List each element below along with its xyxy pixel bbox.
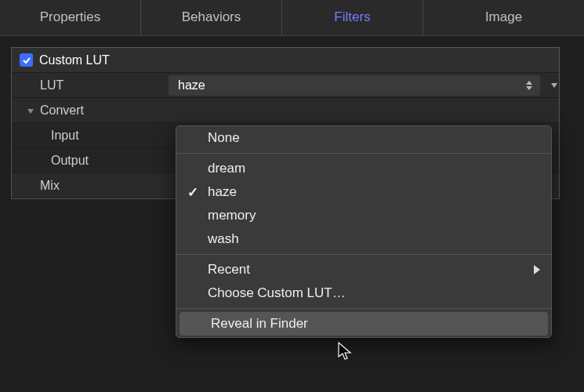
check-icon bbox=[22, 56, 31, 65]
label-mix: Mix bbox=[20, 179, 169, 193]
tab-filters[interactable]: Filters bbox=[282, 0, 423, 35]
tab-properties[interactable]: Properties bbox=[0, 0, 141, 35]
menu-item-dream[interactable]: dream bbox=[176, 157, 551, 180]
tab-behaviors[interactable]: Behaviors bbox=[141, 0, 282, 35]
lut-dropdown-menu: None dream ✓ haze memory wash Recent Cho… bbox=[176, 125, 552, 338]
tab-image[interactable]: Image bbox=[423, 0, 584, 35]
menu-item-haze[interactable]: ✓ haze bbox=[176, 180, 551, 204]
label-output: Output bbox=[20, 154, 169, 168]
menu-separator bbox=[176, 153, 551, 154]
menu-item-recent[interactable]: Recent bbox=[176, 258, 551, 281]
menu-item-wash[interactable]: wash bbox=[176, 227, 551, 251]
section-header: Custom LUT bbox=[12, 48, 559, 73]
stepper-arrows-icon bbox=[526, 78, 535, 93]
lut-dropdown[interactable]: haze bbox=[169, 75, 540, 96]
enable-checkbox[interactable] bbox=[20, 53, 33, 67]
disclosure-triangle-icon bbox=[26, 106, 35, 115]
menu-separator bbox=[176, 308, 551, 309]
section-title: Custom LUT bbox=[39, 53, 110, 67]
label-lut: LUT bbox=[20, 78, 169, 93]
label-input: Input bbox=[20, 129, 169, 143]
submenu-arrow-icon bbox=[534, 265, 540, 274]
checkmark-icon: ✓ bbox=[187, 184, 198, 201]
menu-item-none[interactable]: None bbox=[176, 126, 551, 150]
chevron-down-icon[interactable] bbox=[551, 83, 557, 88]
menu-item-memory[interactable]: memory bbox=[176, 204, 551, 227]
menu-item-reveal[interactable]: Reveal in Finder bbox=[180, 312, 548, 336]
lut-selected-value: haze bbox=[178, 78, 205, 93]
label-convert: Convert bbox=[40, 103, 84, 118]
menu-item-choose[interactable]: Choose Custom LUT… bbox=[176, 281, 551, 305]
menu-separator bbox=[176, 254, 551, 255]
mouse-cursor-icon bbox=[337, 341, 353, 361]
row-convert[interactable]: Convert bbox=[12, 98, 559, 123]
row-lut: LUT haze bbox=[12, 73, 559, 98]
